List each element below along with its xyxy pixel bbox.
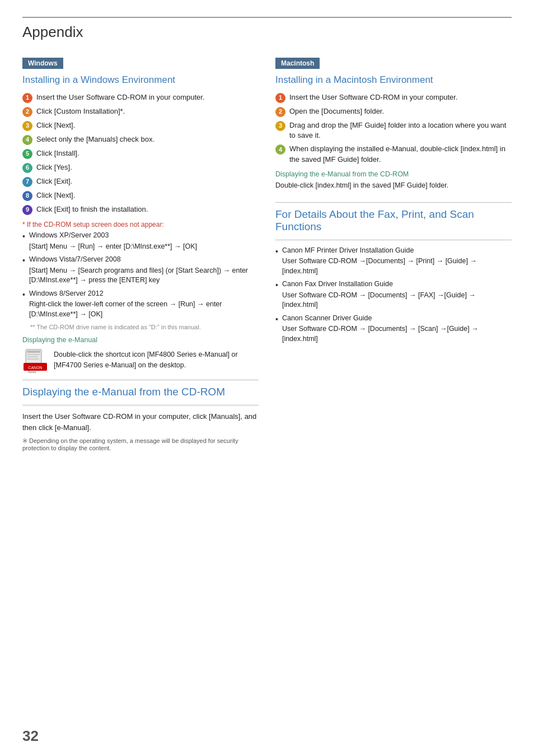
windows-column: Windows Installing in a Windows Environm… xyxy=(22,58,259,451)
macintosh-section-heading: Installing in a Macintosh Environment xyxy=(275,74,512,86)
sub-item-title: Windows Vista/7/Server 2008 xyxy=(29,255,259,265)
list-item: 4When displaying the installed e-Manual,… xyxy=(275,144,512,164)
eman-icon-block: CANON Series e-Manual Double-click the s… xyxy=(22,347,259,373)
page-number: 32 xyxy=(22,727,39,745)
step-text: Click [Custom Installation]*. xyxy=(36,106,125,116)
bullet-icon: • xyxy=(275,280,278,291)
sub-item-steps: Right-click the lower-left corner of the… xyxy=(29,300,259,319)
two-column-layout: Windows Installing in a Windows Environm… xyxy=(22,58,512,451)
cdrom-section-heading: Displaying the e-Manual from the CD-ROM xyxy=(22,386,259,398)
step-text: Open the [Documents] folder. xyxy=(289,106,384,116)
step-number: 2 xyxy=(275,107,285,117)
step-text: Drag and drop the [MF Guide] folder into… xyxy=(289,120,512,141)
step-number: 5 xyxy=(22,149,32,159)
list-item: 5Click [Install]. xyxy=(22,148,259,159)
list-item: 3Click [Next]. xyxy=(22,120,259,131)
step-text: Click [Install]. xyxy=(36,148,79,158)
step-number: 3 xyxy=(275,121,285,131)
windows-section-heading: Installing in a Windows Environment xyxy=(22,74,259,86)
list-item: 4Select only the [Manuals] check box. xyxy=(22,134,259,145)
page: Appendix Windows Installing in a Windows… xyxy=(0,0,534,756)
step-text: When displaying the installed e-Manual, … xyxy=(289,144,512,164)
list-item: • Canon MF Printer Driver Installation G… xyxy=(275,246,512,277)
sub-item-content: Windows 8/Server 2012 Right-click the lo… xyxy=(29,289,259,320)
details-heading: For Details About the Fax, Print, and Sc… xyxy=(275,208,512,233)
step-number: 4 xyxy=(275,144,285,155)
divider xyxy=(22,380,259,380)
cdrom-note: ※ Depending on the operating system, a m… xyxy=(22,437,259,451)
list-item: • Windows Vista/7/Server 2008 [Start] Me… xyxy=(22,255,259,286)
page-title: Appendix xyxy=(22,24,512,41)
details-item-content: Canon Scanner Driver Guide User Software… xyxy=(282,314,512,344)
details-list: • Canon MF Printer Driver Installation G… xyxy=(275,246,512,344)
step-text: Insert the User Software CD-ROM in your … xyxy=(36,92,205,102)
cdrom-body: Insert the User Software CD-ROM in your … xyxy=(22,411,259,433)
list-item: • Canon Scanner Driver Guide User Softwa… xyxy=(275,314,512,344)
details-item-content: Canon MF Printer Driver Installation Gui… xyxy=(282,246,512,277)
list-item: 6Click [Yes]. xyxy=(22,162,259,173)
list-item: 2Open the [Documents] folder. xyxy=(275,106,512,117)
eman-description: Double-click the shortcut icon [MF4800 S… xyxy=(54,349,259,371)
step-text: Select only the [Manuals] check box. xyxy=(36,134,154,144)
step-text: Click [Next]. xyxy=(36,120,75,130)
sub-item-steps: [Start] Menu → [Run] → enter [D:\MInst.e… xyxy=(29,242,197,252)
windows-subitems-list: • Windows XP/Server 2003 [Start] Menu → … xyxy=(22,231,259,319)
step-number: 8 xyxy=(22,191,32,201)
list-item: • Canon Fax Driver Installation Guide Us… xyxy=(275,279,512,310)
windows-steps-list: 1Insert the User Software CD-ROM in your… xyxy=(22,92,259,215)
windows-badge: Windows xyxy=(22,58,63,69)
svg-rect-1 xyxy=(27,351,40,353)
step-text: Click [Exit]. xyxy=(36,176,72,186)
details-item-path: User Software CD-ROM → [Documents] → [FA… xyxy=(282,291,512,310)
bullet-icon: • xyxy=(22,231,25,242)
bullet-icon: • xyxy=(275,246,278,258)
step-text: Click [Yes]. xyxy=(36,162,72,172)
svg-text:CANON: CANON xyxy=(28,366,42,370)
list-item: 9Click [Exit] to finish the installation… xyxy=(22,204,259,215)
top-border xyxy=(22,17,512,18)
details-item-title: Canon Fax Driver Installation Guide xyxy=(282,279,512,290)
macintosh-column: Macintosh Installing in a Macintosh Envi… xyxy=(275,58,512,451)
divider xyxy=(275,240,512,240)
step-number: 9 xyxy=(22,205,32,215)
list-item: 2Click [Custom Installation]*. xyxy=(22,106,259,117)
step-number: 1 xyxy=(275,93,285,103)
list-item: 7Click [Exit]. xyxy=(22,176,259,187)
details-item-title: Canon MF Printer Driver Installation Gui… xyxy=(282,246,512,256)
mac-cdrom-body: Double-click [index.html] in the saved [… xyxy=(275,180,512,191)
details-item-title: Canon Scanner Driver Guide xyxy=(282,314,512,324)
details-item-content: Canon Fax Driver Installation Guide User… xyxy=(282,279,512,310)
details-item-path: User Software CD-ROM → [Documents] → [Sc… xyxy=(282,324,512,344)
mac-cdrom-heading: Displaying the e-Manual from the CD-ROM xyxy=(275,170,512,178)
svg-rect-2 xyxy=(27,354,40,355)
svg-rect-3 xyxy=(27,356,38,357)
step-number: 4 xyxy=(22,135,32,145)
macintosh-badge: Macintosh xyxy=(275,58,320,69)
eman-heading: Displaying the e-Manual xyxy=(22,336,259,344)
footnote: ** The CD-ROM drive name is indicated as… xyxy=(30,324,259,330)
sub-item-content: Windows Vista/7/Server 2008 [Start] Menu… xyxy=(29,255,259,286)
step-text: Click [Next]. xyxy=(36,190,75,200)
divider xyxy=(275,202,512,203)
list-item: 1Insert the User Software CD-ROM in your… xyxy=(275,92,512,103)
svg-rect-4 xyxy=(27,358,39,360)
step-number: 3 xyxy=(22,121,32,131)
list-item: 3Drag and drop the [MF Guide] folder int… xyxy=(275,120,512,141)
macintosh-steps-list: 1Insert the User Software CD-ROM in your… xyxy=(275,92,512,165)
divider xyxy=(22,405,259,405)
bullet-icon: • xyxy=(275,314,278,325)
step-text: Click [Exit] to finish the installation. xyxy=(36,204,148,214)
step-number: 7 xyxy=(22,177,32,187)
eman-icon-svg: CANON Series e-Manual xyxy=(22,347,48,373)
cdrom-note-label: * If the CD-ROM setup screen does not ap… xyxy=(22,221,259,228)
step-number: 6 xyxy=(22,163,32,173)
sub-item-content: Windows XP/Server 2003 [Start] Menu → [R… xyxy=(29,231,197,251)
sub-item-title: Windows XP/Server 2003 xyxy=(29,231,197,241)
details-item-path: User Software CD-ROM →[Documents] → [Pri… xyxy=(282,256,512,276)
step-number: 1 xyxy=(22,93,32,103)
svg-text:Series: Series xyxy=(28,370,36,373)
eman-icon: CANON Series e-Manual xyxy=(22,347,48,373)
list-item: 8Click [Next]. xyxy=(22,190,259,201)
list-item: 1Insert the User Software CD-ROM in your… xyxy=(22,92,259,103)
step-number: 2 xyxy=(22,107,32,117)
